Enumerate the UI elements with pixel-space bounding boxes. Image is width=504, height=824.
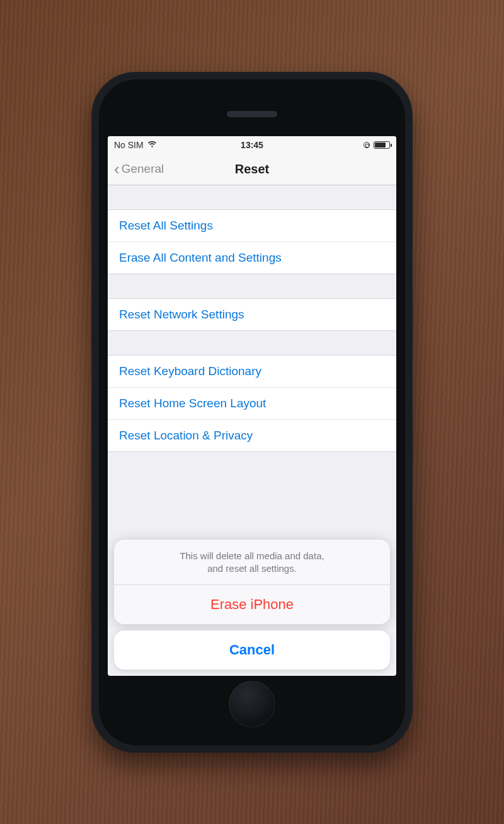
action-sheet-card: This will delete all media and data, and… (114, 540, 390, 624)
reset-all-settings-row[interactable]: Reset All Settings (108, 210, 396, 242)
phone-body: No SIM 13:45 ‹ General Reset (99, 79, 405, 745)
status-left: No SIM (114, 140, 206, 150)
reset-home-screen-row[interactable]: Reset Home Screen Layout (108, 388, 396, 420)
navigation-bar: ‹ General Reset (108, 154, 396, 185)
erase-all-content-row[interactable]: Erase All Content and Settings (108, 242, 396, 274)
clock-label: 13:45 (206, 140, 298, 150)
back-label: General (122, 162, 164, 176)
home-button[interactable] (229, 681, 275, 728)
action-sheet-message-line2: and reset all settings. (129, 562, 375, 575)
reset-keyboard-row[interactable]: Reset Keyboard Dictionary (108, 356, 396, 388)
reset-location-privacy-row[interactable]: Reset Location & Privacy (108, 420, 396, 451)
action-sheet-message: This will delete all media and data, and… (114, 540, 390, 585)
back-button[interactable]: ‹ General (114, 161, 164, 177)
orientation-lock-icon (364, 142, 370, 148)
cancel-button[interactable]: Cancel (114, 630, 390, 670)
reset-network-row[interactable]: Reset Network Settings (108, 299, 396, 330)
carrier-label: No SIM (114, 140, 144, 150)
erase-iphone-button[interactable]: Erase iPhone (114, 585, 390, 624)
status-bar: No SIM 13:45 (108, 136, 396, 154)
battery-icon (374, 141, 390, 149)
phone-case: No SIM 13:45 ‹ General Reset (91, 72, 413, 753)
action-sheet-message-line1: This will delete all media and data, (129, 550, 375, 562)
settings-group-2: Reset Network Settings (108, 298, 396, 331)
settings-group-3: Reset Keyboard Dictionary Reset Home Scr… (108, 355, 396, 452)
wifi-icon (147, 140, 157, 150)
settings-group-1: Reset All Settings Erase All Content and… (108, 209, 396, 274)
action-sheet: This will delete all media and data, and… (114, 540, 390, 670)
phone-screen: No SIM 13:45 ‹ General Reset (108, 136, 396, 676)
status-right (298, 141, 390, 149)
chevron-left-icon: ‹ (114, 161, 120, 177)
settings-content: Reset All Settings Erase All Content and… (108, 209, 396, 452)
phone-speaker (227, 111, 277, 117)
